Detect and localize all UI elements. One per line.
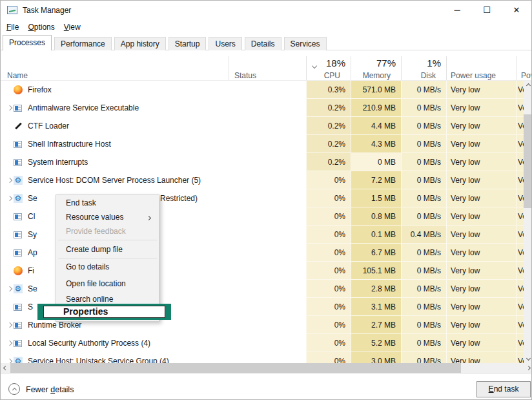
scroll-left-button[interactable]	[1, 363, 10, 373]
power-usage-cell: Very low	[446, 135, 516, 153]
power-usage-cell: Very low	[446, 280, 516, 298]
disk-cell: 0 MB/s	[401, 117, 446, 135]
tab-app-history[interactable]: App history	[114, 37, 166, 50]
power-trend-cell: Ve	[516, 99, 524, 117]
status-cell	[229, 207, 306, 226]
process-row[interactable]: System interrupts0.2%0 MB0 MB/sVery lowV…	[1, 153, 532, 171]
horizontal-scrollbar[interactable]	[1, 363, 532, 373]
disk-cell: 0 MB/s	[401, 334, 446, 352]
process-name: Fi	[28, 262, 34, 280]
scroll-right-button[interactable]	[524, 363, 532, 373]
power-trend-cell: Ve	[516, 81, 524, 99]
column-header-memory[interactable]: Memory	[351, 71, 396, 80]
status-cell	[229, 316, 306, 334]
fewer-details-toggle[interactable]: Fewer details	[26, 385, 74, 394]
power-usage-cell: Very low	[446, 244, 516, 262]
vertical-scrollbar[interactable]	[524, 81, 532, 363]
column-header-status[interactable]: Status	[234, 71, 256, 80]
status-cell	[229, 189, 306, 207]
context-menu-item-open-file-location[interactable]: Open file location	[57, 276, 158, 291]
cpu-cell: 0%	[306, 334, 351, 352]
process-row[interactable]: CTF Loader0.2%4.4 MB0 MB/sVery lowVe	[1, 117, 532, 135]
context-menu-item-create-dump-file[interactable]: Create dump file	[57, 242, 158, 257]
expand-chevron-icon[interactable]	[1, 323, 14, 327]
cpu-cell: 0%	[306, 352, 351, 363]
expand-chevron-icon[interactable]	[1, 178, 14, 182]
cpu-cell: 0%	[306, 262, 351, 280]
context-menu-item-go-to-details[interactable]: Go to details	[57, 259, 158, 275]
disk-cell: 0 MB/s	[401, 207, 446, 226]
menu-options[interactable]: Options	[23, 21, 59, 33]
scroll-down-button[interactable]	[524, 353, 532, 363]
process-row[interactable]: Local Security Authority Process (4)0%5.…	[1, 334, 532, 352]
vertical-scrollbar-thumb[interactable]	[524, 114, 532, 208]
disk-cell: 0 MB/s	[401, 81, 446, 99]
status-cell	[229, 99, 306, 117]
context-menu-item-resource-values[interactable]: Resource values	[57, 210, 158, 224]
column-separator[interactable]	[446, 56, 447, 81]
close-button[interactable]: ✕	[502, 1, 531, 20]
memory-cell: 5.2 MB	[351, 334, 401, 352]
process-row[interactable]: Firefox0.3%571.0 MB0 MB/sVery lowVe	[1, 81, 532, 99]
status-cell	[229, 298, 306, 316]
cpu-cell: 0%	[306, 316, 351, 334]
column-header-name[interactable]: Name	[7, 71, 28, 80]
cpu-cell: 0%	[306, 226, 351, 244]
process-name-cell: ⚙Service Host: Unistack Service Group (4…	[1, 352, 229, 363]
menu-view[interactable]: View	[59, 21, 85, 33]
tab-details[interactable]: Details	[245, 37, 281, 50]
memory-total-percent: 77%	[351, 58, 396, 68]
minimize-button[interactable]: ─	[442, 1, 472, 20]
tab-processes[interactable]: Processes	[3, 35, 52, 50]
process-name: Service Host: DCOM Server Process Launch…	[28, 171, 201, 189]
process-row[interactable]: Antimalware Service Executable0.2%210.9 …	[1, 99, 532, 117]
context-menu-item-properties[interactable]: Properties	[43, 306, 165, 318]
fewer-details-icon[interactable]	[8, 383, 20, 395]
column-header-power-trend[interactable]: Pow	[521, 71, 532, 80]
power-trend-cell: Ve	[516, 117, 524, 135]
gear-icon: ⚙	[14, 284, 28, 293]
annotation-highlight-box: Properties	[37, 304, 171, 320]
end-task-button[interactable]: End task	[476, 381, 531, 397]
column-header-cpu[interactable]: CPU	[306, 71, 345, 80]
process-name: CTF Loader	[28, 117, 69, 135]
maximize-button[interactable]: ☐	[472, 1, 502, 20]
expand-chevron-icon[interactable]	[1, 287, 14, 291]
disk-cell: 0 MB/s	[401, 171, 446, 189]
tab-services[interactable]: Services	[284, 37, 327, 50]
process-name-cell: CTF Loader	[1, 117, 229, 135]
context-menu-item-provide-feedback: Provide feedback	[57, 224, 158, 238]
process-row[interactable]: ⚙Service Host: Unistack Service Group (4…	[1, 352, 532, 363]
process-row[interactable]: ⚙Service Host: DCOM Server Process Launc…	[1, 171, 532, 189]
column-header-power-usage[interactable]: Power usage	[451, 71, 496, 80]
process-name: Ap	[28, 244, 37, 262]
horizontal-scrollbar-thumb[interactable]	[10, 363, 461, 373]
footer: Fewer details End task	[1, 374, 531, 400]
tab-performance[interactable]: Performance	[54, 37, 112, 50]
window-icon	[14, 159, 28, 166]
process-name: Firefox	[28, 81, 52, 99]
process-name-cell: Antimalware Service Executable	[1, 99, 229, 117]
expand-chevron-icon[interactable]	[1, 196, 14, 200]
context-menu-item-end-task[interactable]: End task	[57, 196, 158, 210]
window-icon	[14, 141, 28, 148]
menu-file[interactable]: File	[2, 21, 23, 33]
expand-chevron-icon[interactable]	[1, 106, 14, 110]
process-name: Se	[28, 280, 37, 298]
column-separator[interactable]	[229, 56, 229, 81]
menu-separator	[58, 258, 157, 258]
tab-users[interactable]: Users	[209, 37, 241, 50]
column-header-disk[interactable]: Disk	[401, 71, 441, 80]
process-row[interactable]: Shell Infrastructure Host0.2%4.3 MB0 MB/…	[1, 135, 532, 153]
cpu-cell: 0%	[306, 244, 351, 262]
menu-separator	[58, 240, 157, 240]
disk-cell: 0.4 MB/s	[401, 226, 446, 244]
expand-chevron-icon[interactable]	[1, 341, 14, 345]
tab-startup[interactable]: Startup	[169, 37, 207, 50]
pen-icon	[14, 121, 28, 131]
column-separator[interactable]	[516, 56, 517, 81]
cpu-cell: 0%	[306, 280, 351, 298]
power-usage-cell: Very low	[446, 316, 516, 334]
power-trend-cell: Ve	[516, 189, 524, 207]
scroll-up-button[interactable]	[524, 81, 532, 90]
